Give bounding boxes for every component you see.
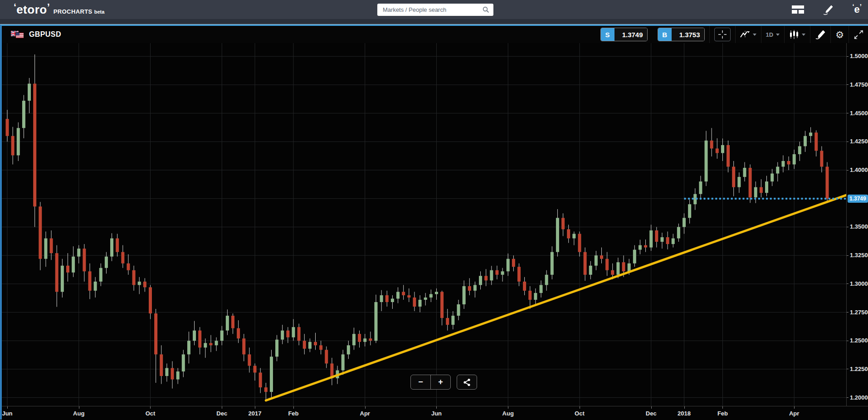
y-tick-mark	[847, 113, 848, 113]
chart-panel: GBPUSD S 1.3749 B 1.3753 1D	[0, 24, 868, 420]
etoro-logo[interactable]: ‘etoro’ PROCHARTS beta	[14, 3, 104, 17]
share-button[interactable]	[457, 375, 477, 390]
candle-body	[595, 255, 598, 266]
candle-body	[523, 282, 526, 291]
candle-body	[468, 286, 471, 291]
candle-body	[385, 295, 389, 302]
candle-body	[352, 334, 356, 345]
candle-style-dropdown[interactable]	[789, 30, 805, 39]
x-tick-label: Oct	[571, 410, 589, 417]
candle-body	[237, 328, 240, 339]
candle-body	[55, 253, 59, 292]
x-tick-label: Feb	[284, 410, 302, 417]
candle-body	[165, 368, 168, 376]
search-icon[interactable]	[483, 6, 489, 13]
candle-body	[33, 83, 36, 206]
x-tick-label: Jun	[0, 410, 16, 417]
candle-body	[176, 371, 180, 380]
candle-body	[171, 368, 174, 379]
candle-body	[572, 234, 575, 238]
candle-body	[495, 270, 498, 275]
candle-body	[551, 252, 554, 275]
candle-body	[314, 342, 317, 346]
candle-body	[666, 237, 669, 244]
timeframe-dropdown[interactable]: 1D	[766, 31, 780, 38]
y-tick-mark	[847, 397, 848, 398]
toolbar-separator	[830, 26, 831, 43]
zoom-in-button[interactable]: +	[430, 375, 450, 389]
candle-body	[826, 167, 829, 199]
y-tick-label: 1.4000	[850, 166, 868, 174]
fullscreen-button[interactable]	[853, 29, 863, 39]
toolbar-separator	[848, 26, 849, 43]
candle-body	[809, 132, 812, 136]
search-box[interactable]	[377, 4, 493, 16]
candle-body	[584, 252, 587, 275]
y-tick-mark	[847, 227, 848, 227]
x-tick-label: Feb	[713, 410, 731, 417]
candle-body	[699, 181, 702, 194]
candle-body	[22, 101, 25, 128]
y-tick-mark	[847, 312, 848, 313]
candle-body	[705, 141, 708, 181]
pencil-draw-icon[interactable]	[822, 4, 834, 15]
candle-body	[138, 282, 141, 285]
y-tick-mark	[847, 142, 848, 142]
buy-button[interactable]: B 1.3753	[658, 28, 705, 41]
candle-body	[716, 148, 719, 153]
timeframe-label: 1D	[766, 31, 774, 38]
candle-body	[391, 298, 394, 302]
candle-body	[308, 342, 312, 349]
sell-button[interactable]: S 1.3749	[600, 28, 648, 41]
x-tick-label: Apr	[356, 410, 374, 417]
candle-body	[732, 167, 735, 187]
y-tick-mark	[847, 84, 848, 85]
x-tick-mark	[684, 406, 685, 409]
toolbar-separator	[810, 26, 810, 43]
sell-letter: S	[601, 28, 614, 41]
candle-body	[484, 276, 488, 280]
time-axis[interactable]: JunAugOctDec2017FebAprJunAugOctDec2018Fe…	[2, 406, 868, 420]
search-input[interactable]	[377, 6, 483, 13]
x-tick-mark	[580, 406, 580, 409]
etoro-bull-icon[interactable]: ʻeʼ	[852, 5, 862, 15]
candle-body	[473, 285, 477, 291]
candle-body	[77, 249, 80, 257]
candle-body	[440, 292, 444, 318]
candle-body	[622, 262, 625, 271]
candle-body	[242, 338, 245, 354]
crosshair-tool-button[interactable]	[714, 28, 731, 41]
chart-type-dropdown[interactable]	[740, 30, 756, 39]
zoom-out-button[interactable]: −	[411, 375, 430, 389]
x-tick-label: Apr	[785, 410, 803, 417]
candle-body	[710, 141, 713, 149]
candle-body	[105, 257, 108, 268]
y-tick-label: 1.4250	[850, 138, 868, 145]
candle-body	[402, 292, 405, 295]
layout-grid-icon[interactable]	[792, 5, 804, 14]
x-tick-mark	[150, 406, 151, 409]
candle-body	[413, 298, 416, 307]
candle-body	[578, 234, 581, 252]
settings-button[interactable]: ⚙	[835, 30, 844, 39]
candle-body	[611, 270, 614, 275]
x-tick-mark	[508, 406, 508, 409]
candle-body	[737, 177, 741, 187]
candle-body	[259, 372, 262, 387]
y-tick-label: 1.3250	[850, 252, 868, 259]
candle-body	[820, 151, 823, 166]
y-tick-mark	[847, 56, 848, 57]
candle-body	[215, 341, 218, 345]
candle-body	[303, 341, 306, 349]
chart-header: GBPUSD S 1.3749 B 1.3753 1D	[2, 26, 868, 43]
page-background-strip	[0, 19, 868, 24]
drawing-tools-button[interactable]	[815, 29, 826, 39]
candle-body	[561, 218, 565, 229]
candle-body	[683, 218, 686, 227]
price-axis[interactable]: 1.50001.47501.45001.42501.40001.35001.32…	[846, 43, 868, 406]
y-tick-mark	[847, 341, 848, 341]
candle-body	[341, 354, 345, 370]
x-tick-mark	[651, 406, 652, 409]
x-tick-mark	[722, 406, 723, 409]
price-chart-plot[interactable]: − +	[2, 43, 846, 406]
